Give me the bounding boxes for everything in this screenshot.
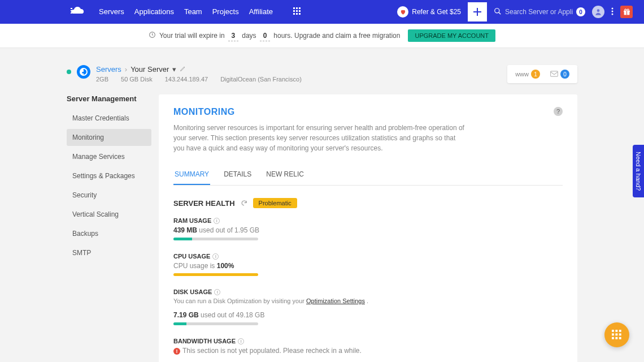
svg-rect-7	[296, 10, 298, 12]
panel-description: Monitoring server resources is important…	[173, 123, 467, 153]
disk-bar	[173, 322, 258, 325]
meta-disk: 50 GB Disk	[121, 76, 153, 83]
nav-team[interactable]: Team	[184, 7, 202, 17]
more-menu-icon[interactable]	[611, 7, 613, 17]
notify-mail[interactable]: 0	[550, 70, 569, 79]
search-input[interactable]	[505, 8, 573, 16]
ram-used: 439 MB	[173, 226, 197, 234]
sidebar-item-vertical-scaling[interactable]: Vertical Scaling	[67, 206, 151, 223]
panel-help-icon[interactable]: ?	[554, 107, 563, 116]
brand-logo[interactable]	[71, 5, 86, 18]
panel-title: MONITORING	[173, 107, 563, 117]
svg-rect-30	[619, 333, 621, 335]
user-avatar[interactable]	[592, 6, 604, 18]
refer-label: Refer & Get $25	[412, 8, 461, 16]
clock-icon	[149, 31, 156, 40]
dropdown-caret-icon[interactable]: ▾	[172, 65, 176, 74]
notification-box: www 1 0	[507, 65, 577, 83]
nav-projects[interactable]: Projects	[212, 7, 239, 17]
sidebar-item-settings-packages[interactable]: Settings & Packages	[67, 167, 151, 184]
ram-bar	[173, 238, 258, 240]
breadcrumb-root[interactable]: Servers	[96, 65, 121, 74]
warning-icon: !	[173, 348, 180, 355]
sidebar-item-smtp[interactable]: SMTP	[67, 244, 151, 261]
www-count-badge: 1	[531, 70, 540, 79]
breadcrumb-current: Your Server	[130, 65, 169, 74]
chevron-right-icon: ›	[125, 65, 127, 74]
trial-hours: 0	[260, 31, 271, 41]
upgrade-button[interactable]: UPGRADE MY ACCOUNT	[408, 29, 495, 42]
svg-rect-31	[612, 337, 614, 339]
trial-days: 3	[228, 31, 239, 41]
sidebar-item-monitoring[interactable]: Monitoring	[67, 129, 151, 146]
nav-applications[interactable]: Applications	[134, 7, 174, 17]
add-button[interactable]	[468, 2, 487, 21]
sidebar-item-security[interactable]: Security	[67, 187, 151, 204]
ram-suffix: used out of 1.95 GB	[197, 226, 259, 234]
cpu-metric: CPU USAGEi CPU usage is 100%	[173, 253, 399, 276]
server-health-row: SERVER HEALTH Problematic	[173, 198, 563, 208]
ram-title: RAM USAGE	[173, 217, 211, 224]
svg-point-14	[612, 7, 613, 9]
disk-hint-prefix: You can run a Disk Optimization by visit…	[173, 298, 306, 304]
refer-link[interactable]: Refer & Get $25	[397, 6, 461, 18]
www-label: www	[515, 71, 529, 77]
info-icon[interactable]: i	[214, 218, 220, 224]
cpu-prefix: CPU usage is	[173, 262, 217, 270]
sidebar: Server Management Master CredentialsMoni…	[67, 94, 151, 362]
tab-summary[interactable]: SUMMARY	[173, 165, 210, 185]
meta-ram: 2GB	[96, 76, 108, 83]
disk-title: DISK USAGE	[173, 288, 212, 295]
svg-rect-32	[615, 337, 617, 339]
svg-point-12	[495, 8, 499, 12]
mail-count-badge: 0	[560, 70, 569, 79]
sidebar-title: Server Management	[67, 94, 151, 103]
top-navbar: Servers Applications Team Projects Affil…	[0, 0, 644, 24]
info-icon[interactable]: i	[212, 253, 219, 260]
svg-rect-11	[299, 13, 301, 15]
bandwidth-message: This section is not yet populated. Pleas…	[182, 347, 362, 355]
svg-rect-25	[612, 330, 614, 332]
cpu-bar	[173, 273, 258, 276]
heart-icon	[397, 6, 408, 18]
svg-rect-19	[626, 10, 626, 15]
main-columns: Server Management Master CredentialsMoni…	[67, 94, 577, 362]
svg-rect-2	[71, 12, 72, 14]
svg-rect-10	[296, 13, 298, 15]
meta-ip: 143.244.189.47	[165, 76, 208, 83]
nav-servers[interactable]: Servers	[99, 7, 124, 17]
tab-details[interactable]: DETAILS	[223, 165, 253, 185]
svg-rect-29	[615, 333, 617, 335]
gift-icon[interactable]	[620, 6, 633, 18]
fab-button[interactable]	[604, 322, 629, 347]
info-icon[interactable]: i	[214, 289, 220, 295]
notify-www[interactable]: www 1	[515, 70, 540, 79]
edit-name-icon[interactable]	[180, 65, 186, 74]
status-dot-icon	[67, 70, 71, 74]
optimization-settings-link[interactable]: Optimization Settings	[306, 298, 365, 304]
server-health-label: SERVER HEALTH	[173, 199, 235, 208]
primary-nav: Servers Applications Team Projects Affil…	[99, 7, 301, 17]
search-icon[interactable]	[494, 7, 502, 17]
bandwidth-title: BANDWIDTH USAGE	[173, 338, 236, 344]
tab-new-relic[interactable]: NEW RELIC	[265, 165, 305, 185]
sidebar-item-manage-services[interactable]: Manage Services	[67, 148, 151, 165]
breadcrumb: Servers › Your Server ▾	[96, 65, 302, 74]
mail-icon	[550, 71, 558, 78]
sidebar-item-backups[interactable]: Backups	[67, 225, 151, 242]
disk-metric: DISK USAGEi You can run a Disk Optimizat…	[173, 288, 399, 325]
refresh-icon[interactable]	[241, 200, 247, 206]
need-a-hand-tab[interactable]: Need a hand?	[633, 145, 644, 197]
svg-rect-33	[619, 337, 621, 339]
svg-point-16	[612, 13, 613, 15]
apps-grid-icon[interactable]	[293, 7, 301, 17]
nav-affiliate[interactable]: Affiliate	[249, 7, 273, 17]
sidebar-item-master-credentials[interactable]: Master Credentials	[67, 110, 151, 127]
main-panel: ? MONITORING Monitoring server resources…	[159, 94, 577, 362]
provider-logo-icon	[77, 65, 90, 79]
tabs: SUMMARYDETAILSNEW RELIC	[173, 165, 563, 186]
trial-days-label: days	[242, 32, 256, 40]
search-count-badge: 0	[576, 7, 585, 16]
svg-rect-28	[612, 333, 614, 335]
info-icon[interactable]: i	[238, 338, 244, 344]
